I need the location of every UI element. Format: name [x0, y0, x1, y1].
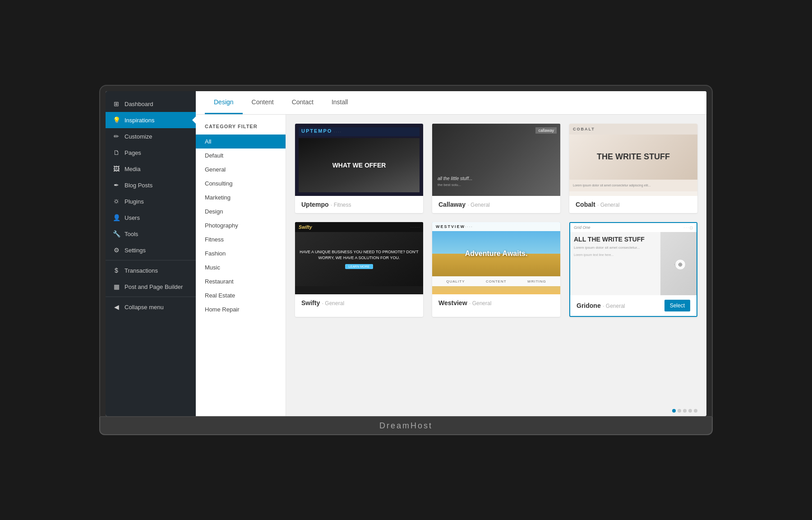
filter-fitness[interactable]: Fitness	[196, 232, 286, 246]
transactions-icon: $	[113, 267, 120, 274]
collapse-icon: ◀	[113, 303, 120, 311]
page-dot-3[interactable]	[683, 409, 687, 413]
theme-thumbnail-cobalt: COBALT THE WRITE STUFF Lorem ipsum dolor…	[569, 124, 697, 196]
settings-icon: ⚙	[113, 246, 120, 254]
dashboard-icon: ⊞	[113, 100, 120, 107]
sidebar-item-blog-posts[interactable]: ✒ Blog Posts	[106, 177, 196, 193]
gridone-hero-text: ALL THE WRITE STUFF	[574, 236, 657, 243]
callaway-preview: callaway all the little stuff... the bes…	[432, 124, 560, 196]
plugins-icon: ⛭	[113, 198, 120, 205]
page-dot-5[interactable]	[694, 409, 697, 413]
theme-info-swifty: Swifty · General	[295, 294, 423, 311]
filter-design[interactable]: Design	[196, 204, 286, 218]
sidebar-item-plugins[interactable]: ⛭ Plugins	[106, 193, 196, 209]
theme-thumbnail-westview: WESTVIEW · · · · Adventure Awaits.	[432, 222, 560, 294]
sidebar-item-collapse[interactable]: ◀ Collapse menu	[106, 299, 196, 315]
callaway-text: all the little stuff... the best solu...	[438, 176, 472, 187]
screen: ⊞ Dashboard 💡 Inspirations ✏ Customize 🗋…	[106, 91, 706, 416]
sidebar-item-post-page-builder[interactable]: ▦ Post and Page Builder	[106, 279, 196, 295]
filter-real-estate[interactable]: Real Estate	[196, 288, 286, 302]
westview-tab-writing: WRITING	[527, 279, 546, 283]
gridone-header: Grid One · · · ◻	[570, 223, 697, 232]
gridone-logo: Grid One	[574, 225, 591, 230]
cobalt-preview: COBALT THE WRITE STUFF Lorem ipsum dolor…	[569, 124, 697, 196]
tab-design[interactable]: Design	[205, 91, 243, 114]
filter-photography[interactable]: Photography	[196, 218, 286, 232]
sidebar-item-inspirations[interactable]: 💡 Inspirations	[106, 112, 196, 128]
theme-thumbnail-callaway: callaway all the little stuff... the bes…	[432, 124, 560, 196]
theme-card-gridone[interactable]: Grid One · · · ◻ ALL THE WRITE STUFF Lor…	[569, 222, 697, 317]
sidebar-item-media[interactable]: 🖼 Media	[106, 161, 196, 177]
uptempo-preview: UPTEMPO · · · · WHAT WE OFFER	[295, 124, 423, 196]
gridone-content: ALL THE WRITE STUFF Lorem ipsum dolor si…	[570, 232, 697, 295]
theme-thumbnail-gridone: Grid One · · · ◻ ALL THE WRITE STUFF Lor…	[570, 223, 697, 295]
westview-text-overlay: Adventure Awaits.	[432, 231, 560, 276]
page-dot-4[interactable]	[688, 409, 692, 413]
theme-card-westview[interactable]: WESTVIEW · · · · Adventure Awaits.	[432, 222, 560, 317]
theme-name-gridone: Gridone · General	[577, 302, 625, 310]
page-dot-1[interactable]	[672, 409, 676, 413]
category-filter-panel: CATEGORY FILTER All Default General Cons…	[196, 115, 286, 416]
cobalt-header: COBALT	[569, 124, 697, 135]
uptempo-hero-text: WHAT WE OFFER	[332, 162, 386, 169]
swifty-preview: Swifty · · · · · HAVE A UNIQUE BUSINESS …	[295, 222, 423, 294]
select-button-gridone[interactable]: Select	[664, 300, 690, 311]
filter-marketing[interactable]: Marketing	[196, 190, 286, 204]
swifty-cta: LEARN MORE	[345, 264, 373, 269]
filter-consulting[interactable]: Consulting	[196, 176, 286, 190]
tab-content[interactable]: Content	[243, 91, 283, 114]
users-icon: 👤	[113, 214, 120, 221]
filter-general[interactable]: General	[196, 162, 286, 176]
zoom-icon: ⊕	[675, 259, 686, 270]
sidebar-item-tools[interactable]: 🔧 Tools	[106, 226, 196, 242]
tab-contact[interactable]: Contact	[283, 91, 323, 114]
westview-tab-content: CONTENT	[486, 279, 507, 283]
westview-hero-text: Adventure Awaits.	[465, 250, 528, 258]
uptempo-header: UPTEMPO · · · ·	[299, 127, 420, 136]
main-content: Design Content Contact Install CATEGORY …	[196, 91, 706, 416]
filter-default[interactable]: Default	[196, 149, 286, 162]
theme-card-cobalt[interactable]: COBALT THE WRITE STUFF Lorem ipsum dolor…	[569, 124, 697, 213]
callaway-logo: callaway	[535, 127, 557, 134]
theme-name-swifty: Swifty · General	[301, 299, 344, 307]
keyboard-base: DreamHost	[99, 417, 713, 435]
theme-card-uptempo[interactable]: UPTEMPO · · · · WHAT WE OFFER	[295, 124, 423, 213]
gridone-image: ✒ ⊕	[660, 232, 697, 295]
theme-name-uptempo: Uptempo · Fitness	[301, 200, 351, 209]
sidebar-item-dashboard[interactable]: ⊞ Dashboard	[106, 96, 196, 112]
screen-bezel: ⊞ Dashboard 💡 Inspirations ✏ Customize 🗋…	[99, 85, 713, 417]
pages-icon: 🗋	[113, 149, 120, 156]
gridone-preview: Grid One · · · ◻ ALL THE WRITE STUFF Lor…	[570, 223, 697, 295]
filter-restaurant[interactable]: Restaurant	[196, 274, 286, 288]
sidebar-item-settings[interactable]: ⚙ Settings	[106, 242, 196, 258]
filter-all[interactable]: All	[196, 135, 286, 149]
media-icon: 🖼	[113, 165, 120, 172]
pagination-dots	[286, 405, 706, 416]
sidebar-item-customize[interactable]: ✏ Customize	[106, 128, 196, 144]
page-dot-2[interactable]	[678, 409, 681, 413]
filter-fashion[interactable]: Fashion	[196, 246, 286, 260]
tab-install[interactable]: Install	[323, 91, 357, 114]
filter-title: CATEGORY FILTER	[196, 124, 286, 135]
blog-posts-icon: ✒	[113, 181, 120, 189]
sidebar-item-users[interactable]: 👤 Users	[106, 209, 196, 226]
brand-label: DreamHost	[379, 421, 433, 431]
theme-card-callaway[interactable]: callaway all the little stuff... the bes…	[432, 124, 560, 213]
cobalt-hero-text: THE WRITE STUFF	[597, 153, 670, 162]
theme-thumbnail-swifty: Swifty · · · · · HAVE A UNIQUE BUSINESS …	[295, 222, 423, 294]
inspirations-icon: 💡	[113, 116, 120, 124]
swifty-hero: HAVE A UNIQUE BUSINESS YOU NEED TO PROMO…	[295, 232, 423, 286]
swifty-hero-text: HAVE A UNIQUE BUSINESS YOU NEED TO PROMO…	[299, 249, 420, 261]
filter-music[interactable]: Music	[196, 260, 286, 274]
sidebar-item-pages[interactable]: 🗋 Pages	[106, 144, 196, 161]
sidebar-item-transactions[interactable]: $ Transactions	[106, 262, 196, 279]
uptempo-hero: WHAT WE OFFER	[299, 138, 420, 192]
theme-info-cobalt: Cobalt · General	[569, 196, 697, 213]
theme-info-gridone: Gridone · General Select	[570, 295, 697, 316]
content-area: CATEGORY FILTER All Default General Cons…	[196, 115, 706, 416]
theme-thumbnail-uptempo: UPTEMPO · · · · WHAT WE OFFER	[295, 124, 423, 196]
sidebar-divider-2	[106, 297, 196, 297]
theme-card-swifty[interactable]: Swifty · · · · · HAVE A UNIQUE BUSINESS …	[295, 222, 423, 317]
laptop-wrapper: ⊞ Dashboard 💡 Inspirations ✏ Customize 🗋…	[99, 85, 713, 435]
filter-home-repair[interactable]: Home Repair	[196, 302, 286, 316]
